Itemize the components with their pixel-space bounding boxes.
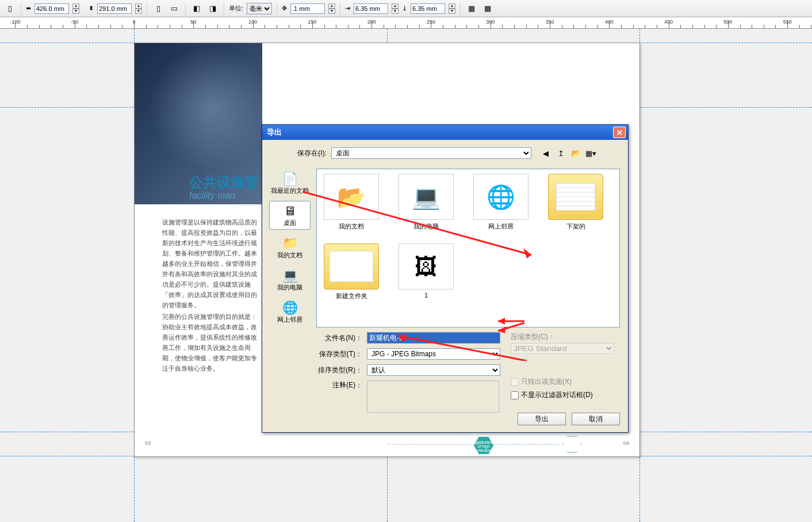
back-icon[interactable]: ◀ xyxy=(539,147,552,159)
save-in-label: 保存在(I): xyxy=(286,148,327,158)
notes-label: 注释(E)： xyxy=(316,380,362,390)
place-icon: 📄 xyxy=(282,172,298,186)
filename-field[interactable] xyxy=(367,332,500,344)
places-item[interactable]: 🌐网上邻居 xyxy=(269,298,311,326)
export-dialog: 导出 ✕ 保存在(I): 桌面 ◀ ↥ 📂 ▦▾ 📄我最近的文档🖥桌面📁我的文档… xyxy=(262,124,629,433)
dialog-titlebar[interactable]: 导出 ✕ xyxy=(262,125,628,140)
places-item[interactable]: 💻我的电脑 xyxy=(269,265,311,294)
file-thumb: 🖼 xyxy=(399,243,454,289)
file-thumb: 🌐 xyxy=(473,174,528,220)
snap-button-2[interactable]: ▩ xyxy=(481,2,494,15)
no-filter-label: 不显示过滤器对话框(D) xyxy=(521,390,593,400)
file-thumb xyxy=(548,174,603,220)
places-item[interactable]: 📄我最近的文档 xyxy=(269,169,311,197)
landscape-button[interactable]: ▭ xyxy=(168,2,181,15)
file-item[interactable]: 🖼1 xyxy=(396,243,456,300)
file-thumb xyxy=(324,243,379,289)
dupy-spinner[interactable]: ▲▼ xyxy=(449,3,455,14)
page-width-field[interactable] xyxy=(35,3,69,14)
place-label: 我的文档 xyxy=(277,251,302,260)
only-page-checkbox xyxy=(511,378,519,386)
close-icon[interactable]: ✕ xyxy=(613,127,626,138)
filename-label: 文件名(N)： xyxy=(316,333,362,343)
width-spinner[interactable]: ▲▼ xyxy=(72,3,79,14)
no-filter-checkbox[interactable] xyxy=(511,391,519,399)
cancel-button[interactable]: 取消 xyxy=(572,413,620,425)
orientation-portrait-icon[interactable]: ▯ xyxy=(3,2,16,15)
save-in-select[interactable]: 桌面 xyxy=(331,147,531,159)
file-item[interactable]: 💻我的电脑 xyxy=(396,174,456,231)
height-spinner[interactable]: ▲▼ xyxy=(135,3,142,14)
pages-button-2[interactable]: ◨ xyxy=(206,2,219,15)
place-icon: 🖥 xyxy=(284,204,296,219)
view-mode-icon[interactable]: ▦▾ xyxy=(584,147,597,159)
place-label: 我最近的文档 xyxy=(271,186,309,195)
body-paragraph-1: 设施管理是以保持建筑物高品质的性能、提高投资效益为目的，以最新的技术对生产与生活… xyxy=(162,217,263,310)
property-bar: ▯ ⬌ ▲▼ ⬍ ▲▼ ▯ ▭ ◧ ◨ 单位: 毫米 ✥ ▲▼ ⇥ ▲▼ ⤓ ▲… xyxy=(0,0,812,17)
nudge-field[interactable] xyxy=(290,3,325,14)
dup-x-icon: ⇥ xyxy=(345,5,350,12)
file-item[interactable]: 🌐网上邻居 xyxy=(471,174,531,231)
savetype-select[interactable]: JPG - JPEG Bitmaps xyxy=(367,348,500,360)
notes-field[interactable] xyxy=(367,380,499,413)
up-icon[interactable]: ↥ xyxy=(554,147,567,159)
places-bar: 📄我最近的文档🖥桌面📁我的文档💻我的电脑🌐网上邻居 xyxy=(268,169,312,326)
place-icon: 💻 xyxy=(282,268,298,283)
page-number-left: 03 xyxy=(145,440,151,446)
snap-button-1[interactable]: ▦ xyxy=(465,2,478,15)
new-folder-icon[interactable]: 📂 xyxy=(569,147,582,159)
compress-select: JPEG Standard xyxy=(511,343,614,354)
page-height-icon: ⬍ xyxy=(89,5,94,12)
file-label: 我的电脑 xyxy=(396,222,456,231)
page-number-right: 04 xyxy=(623,440,629,446)
file-label: 下架的 xyxy=(546,222,606,231)
file-thumb: 📂 xyxy=(324,174,379,220)
place-label: 网上邻居 xyxy=(277,315,302,324)
compress-label: 压缩类型(C)： xyxy=(511,332,620,342)
place-label: 我的电脑 xyxy=(277,283,302,292)
dup-y-field[interactable] xyxy=(411,3,445,14)
horizontal-ruler: -100-50050100150200250300350400450500550 xyxy=(0,17,812,29)
file-thumb: 💻 xyxy=(399,174,454,220)
file-item[interactable]: 下架的 xyxy=(546,174,606,231)
dup-x-field[interactable] xyxy=(354,3,388,14)
pages-button-1[interactable]: ◧ xyxy=(190,2,203,15)
hex-outline xyxy=(562,436,582,453)
page-title: 公共设施管 xyxy=(189,173,258,192)
hex-badge: application of high technology xyxy=(474,437,493,454)
nudge-spinner[interactable]: ▲▼ xyxy=(328,3,335,14)
page-subtitle: facility man xyxy=(189,190,235,201)
sorttype-label: 排序类型(R)： xyxy=(316,365,362,375)
place-icon: 🌐 xyxy=(282,300,298,315)
sorttype-select[interactable]: 默认 xyxy=(367,364,500,376)
places-item[interactable]: 📁我的文档 xyxy=(269,233,311,262)
place-label: 桌面 xyxy=(284,219,296,227)
file-label: 新建文件夹 xyxy=(321,292,381,300)
dotted-divider xyxy=(388,444,559,445)
unit-label: 单位: xyxy=(229,4,243,13)
dup-y-icon: ⤓ xyxy=(402,5,407,12)
page-height-field[interactable] xyxy=(97,3,132,14)
canvas-area[interactable]: 公共设施管 facility man 设施管理是以保持建筑物高品质的性能、提高投… xyxy=(0,29,812,522)
places-item[interactable]: 🖥桌面 xyxy=(269,201,311,230)
dupx-spinner[interactable]: ▲▼ xyxy=(392,3,399,14)
only-page-label: 只转出该页面(X) xyxy=(521,377,572,387)
file-item[interactable]: 📂我的文档 xyxy=(321,174,381,231)
place-icon: 📁 xyxy=(282,236,298,251)
file-label: 1 xyxy=(396,292,456,299)
nudge-icon: ✥ xyxy=(282,5,287,12)
export-button[interactable]: 导出 xyxy=(518,413,566,425)
portrait-button[interactable]: ▯ xyxy=(152,2,164,15)
savetype-label: 保存类型(T)： xyxy=(316,349,362,359)
dialog-title: 导出 xyxy=(267,127,613,138)
file-list-pane[interactable]: 📂我的文档💻我的电脑🌐网上邻居下架的新建文件夹🖼1 xyxy=(316,169,620,327)
file-label: 网上邻居 xyxy=(471,222,531,231)
unit-select[interactable]: 毫米 xyxy=(247,3,272,14)
body-paragraph-2: 完善的公共设施管理的目的就是：协助业主有效地提高成本效益，改善运作效率，提供系统… xyxy=(162,311,263,374)
file-item[interactable]: 新建文件夹 xyxy=(321,243,381,300)
page-width-icon: ⬌ xyxy=(26,5,31,12)
file-label: 我的文档 xyxy=(321,222,381,231)
